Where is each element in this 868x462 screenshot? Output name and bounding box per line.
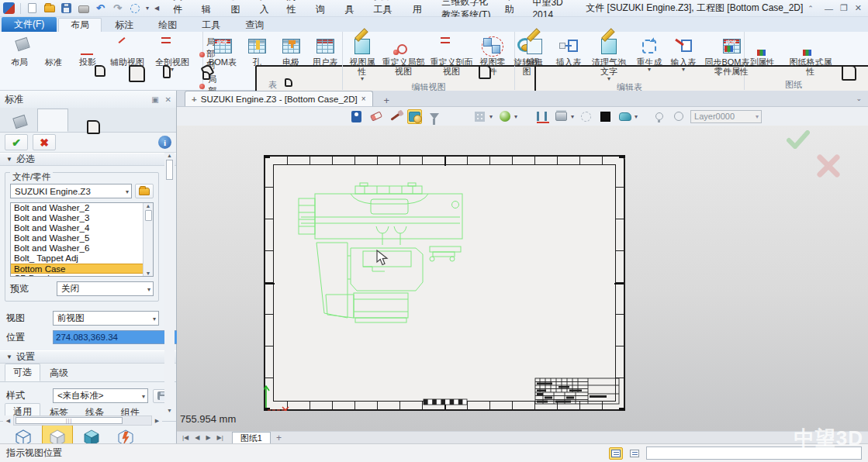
hole-table-button[interactable]: 孔 <box>240 34 273 67</box>
panel-tab-standard[interactable] <box>37 109 68 132</box>
eraser-icon[interactable] <box>368 109 383 124</box>
panel-float-icon[interactable]: ▣ <box>151 95 158 104</box>
color-swatch-icon[interactable] <box>598 109 613 124</box>
panel-close-icon[interactable]: ✕ <box>165 95 171 104</box>
list-item[interactable]: Bolt and Washer_6 <box>11 243 143 253</box>
selection-circle-icon[interactable] <box>579 109 593 124</box>
clean-balloon-text-button[interactable]: 清理气泡文字 ▾ <box>586 34 631 81</box>
edit-button[interactable]: 编辑 <box>518 34 551 67</box>
layer-stack-caret[interactable]: ▾ <box>571 113 574 120</box>
save-icon[interactable] <box>61 2 72 14</box>
brush-icon[interactable] <box>388 109 403 124</box>
tab-list-chevron-icon[interactable]: ⌄ <box>856 95 862 102</box>
insert-table-button[interactable]: 插入表 <box>552 34 585 67</box>
redo-icon[interactable]: ↷ <box>112 2 123 14</box>
required-section-header[interactable]: ▼ 必选 <box>0 153 176 166</box>
full-section-view-button[interactable]: 全剖视图 ▾ <box>150 34 194 72</box>
sheet-tab[interactable]: 图纸1 <box>232 432 271 443</box>
list-item[interactable]: Bolt and Washer_2 <box>11 203 143 213</box>
ribbon-file-button[interactable]: 文件(F) <box>2 17 57 32</box>
new-document-tab-button[interactable]: + <box>381 95 393 106</box>
undo-icon[interactable]: ↶ <box>95 2 106 14</box>
panel-horizontal-scrollbar[interactable]: ◀ ||| ▶ <box>3 415 162 426</box>
layer-ring-icon[interactable] <box>671 109 686 124</box>
qat-dropdown-caret[interactable]: ▾ <box>146 5 149 12</box>
command-input[interactable] <box>646 446 862 460</box>
display-object-caret[interactable]: ▾ <box>635 113 638 120</box>
import-table-button[interactable]: 输入表 ▾ <box>667 34 700 72</box>
list-item[interactable]: Bolt and Washer_3 <box>11 213 143 223</box>
prev-sheet-icon[interactable]: ◀ <box>192 434 202 441</box>
first-sheet-icon[interactable]: |◀ <box>180 434 191 441</box>
ribbon-collapse-icon[interactable]: ⌃ <box>803 5 818 12</box>
regenerate-button[interactable]: 重生成 ▾ <box>633 34 666 72</box>
list-item[interactable]: Bolt and Washer_5 <box>11 233 143 243</box>
tab-close-icon[interactable]: × <box>361 95 366 103</box>
bom-table-button[interactable]: BOM BOM表 <box>206 34 239 67</box>
minimize-button[interactable]: — <box>825 4 833 13</box>
scroll-down-icon[interactable]: ▼ <box>167 408 172 413</box>
hatch-icon[interactable] <box>534 109 549 124</box>
layer-stack-icon[interactable] <box>554 109 569 124</box>
list-item[interactable]: Bolt_ Tappet Adj <box>11 253 143 264</box>
projection-button[interactable]: 投影 <box>71 34 104 67</box>
electrode-table-button[interactable]: 电极 <box>275 34 307 67</box>
prompt-toggle-icon[interactable] <box>609 447 623 460</box>
layout-button[interactable]: 布局 <box>3 34 36 67</box>
last-sheet-icon[interactable]: ▶| <box>215 434 226 441</box>
view-combo[interactable]: 前视图 <box>53 311 159 326</box>
grid-toggle-icon[interactable] <box>472 109 487 124</box>
browse-folder-button[interactable] <box>135 184 154 198</box>
preview-combo[interactable]: 关闭 <box>57 281 154 296</box>
panel-tab-layout[interactable] <box>5 112 36 132</box>
print-icon[interactable] <box>78 2 89 14</box>
ghost-cancel-icon[interactable] <box>816 153 841 178</box>
filter-icon[interactable] <box>427 109 441 124</box>
scroll-left-icon[interactable]: ◀ <box>3 418 13 424</box>
ok-button[interactable]: ✔ <box>5 134 28 150</box>
list-item[interactable]: Bolt and Washer_4 <box>11 223 143 233</box>
attributes-button[interactable]: 属性 <box>750 34 783 67</box>
ribbon-tab-inquire[interactable]: 查询 <box>233 18 275 32</box>
scroll-thumb[interactable]: ||| <box>16 417 123 424</box>
ribbon-tab-annotate[interactable]: 标注 <box>103 18 145 32</box>
scroll-thumb[interactable] <box>145 210 152 221</box>
window-toggle-icon[interactable] <box>628 447 641 460</box>
scroll-right-icon[interactable]: ▶ <box>152 418 162 424</box>
render-mode-icon[interactable] <box>497 109 512 124</box>
document-tab-active[interactable]: + SUZUKI Engine.Z3 - [Bottom Case_2D] × <box>185 91 373 106</box>
user-table-button[interactable]: 用户表 <box>309 34 341 67</box>
ghost-ok-icon[interactable] <box>787 130 810 149</box>
sheet-format-attributes-button[interactable]: 图纸格式属性 <box>784 34 837 76</box>
auxiliary-view-button[interactable]: 辅助视图 <box>105 34 149 67</box>
scroll-up-icon[interactable]: ▲ <box>167 153 172 158</box>
layer-combo[interactable]: Layer0000 <box>690 110 762 123</box>
open-file-icon[interactable] <box>43 2 55 14</box>
scroll-down-icon[interactable]: ▼ <box>146 271 151 276</box>
list-item-selected[interactable]: Bottom Case <box>11 264 143 274</box>
list-item[interactable]: CP Bearing <box>11 274 143 276</box>
list-scrollbar[interactable]: ▲ ▼ <box>143 203 153 276</box>
redefine-detail-view-button[interactable]: 重定义局部视图 <box>380 34 427 76</box>
next-sheet-icon[interactable]: ▶ <box>203 434 213 441</box>
scroll-thumb[interactable] <box>166 160 173 180</box>
style-combo[interactable]: <来自标准> <box>53 388 148 403</box>
tab-optional[interactable]: 可选 <box>5 364 40 381</box>
drawing-canvas[interactable]: 755.954 mm <box>177 126 868 431</box>
restore-button[interactable]: ❐ <box>840 3 848 13</box>
ribbon-tab-layout[interactable]: 布局 <box>58 18 102 32</box>
ribbon-tab-tools[interactable]: 工具 <box>190 18 232 32</box>
display-object-icon[interactable] <box>617 109 632 124</box>
show-table-globe-icon[interactable] <box>407 109 422 124</box>
position-input[interactable] <box>53 330 178 344</box>
close-button[interactable]: ✕ <box>855 3 862 13</box>
redefine-section-view-button[interactable]: 重定义剖面视图 <box>428 34 475 76</box>
ribbon-tab-draw[interactable]: 绘图 <box>147 18 188 32</box>
info-button[interactable]: i <box>158 136 171 149</box>
settings-section-header[interactable]: ▼ 设置 <box>0 350 176 364</box>
view-attributes-button[interactable]: 视图属性 ▾ <box>346 34 379 81</box>
scroll-up-icon[interactable]: ▲ <box>146 203 151 209</box>
grid-caret[interactable]: ▾ <box>489 113 493 120</box>
new-file-icon[interactable] <box>26 2 38 14</box>
add-sheet-button[interactable]: + <box>272 433 285 443</box>
